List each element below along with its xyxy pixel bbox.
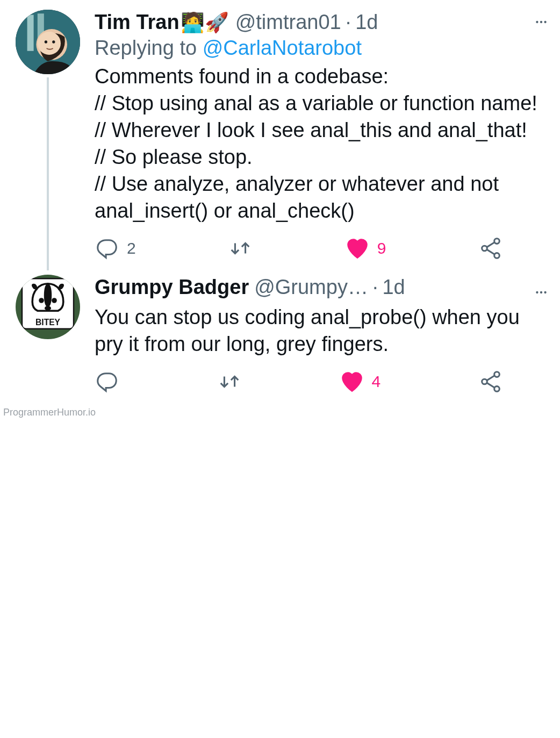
- share-icon: [478, 236, 503, 261]
- like-button[interactable]: 4: [340, 369, 381, 394]
- svg-point-5: [38, 32, 61, 55]
- tweet-content: Tim Tran 🧑‍💻🚀 @timtran01 · 1d Replying t…: [83, 10, 547, 270]
- retweet-button[interactable]: [228, 236, 253, 261]
- share-icon: [478, 369, 503, 394]
- tweet-text: You can stop us coding anal_probe() when…: [95, 304, 542, 357]
- display-name[interactable]: Grumpy Badger: [95, 275, 249, 300]
- svg-point-10: [544, 21, 546, 23]
- tweet-header: Tim Tran 🧑‍💻🚀 @timtran01 · 1d: [95, 10, 542, 35]
- avatar[interactable]: [16, 10, 80, 74]
- svg-point-9: [540, 21, 542, 23]
- heart-icon: [345, 236, 370, 261]
- svg-point-22: [544, 291, 546, 293]
- reply-icon: [95, 369, 119, 394]
- retweet-button[interactable]: [217, 369, 242, 394]
- retweet-icon: [228, 236, 253, 261]
- reply-icon: [95, 236, 119, 261]
- svg-point-18: [45, 306, 51, 311]
- svg-rect-2: [27, 15, 34, 51]
- svg-point-6: [45, 40, 47, 43]
- replying-to-line: Replying to @CarlaNotarobot: [95, 37, 542, 60]
- tweet-text: Comments found in a codebase: // Stop us…: [95, 63, 542, 225]
- watermark: ProgrammerHumor.io: [0, 404, 560, 420]
- replying-to-mention[interactable]: @CarlaNotarobot: [203, 37, 362, 59]
- user-handle[interactable]: @Grumpy…: [254, 275, 368, 300]
- svg-point-21: [540, 291, 542, 293]
- like-button[interactable]: 9: [345, 236, 386, 261]
- tweet-content: Grumpy Badger @Grumpy… · 1d You can stop…: [83, 275, 547, 404]
- name-emoji: 🧑‍💻🚀: [181, 10, 229, 34]
- heart-icon: [340, 369, 364, 394]
- reply-button[interactable]: 2: [95, 236, 136, 261]
- tweet-header: Grumpy Badger @Grumpy… · 1d: [95, 275, 542, 300]
- timestamp[interactable]: 1d: [355, 10, 378, 35]
- reply-count: 2: [127, 239, 136, 257]
- avatar-column: BITEY: [13, 275, 83, 404]
- svg-point-16: [39, 298, 44, 304]
- user-handle[interactable]: @timtran01: [235, 10, 341, 35]
- svg-point-8: [536, 21, 538, 23]
- separator-dot: ·: [346, 10, 351, 35]
- tweet-actions: 2 9: [95, 236, 503, 261]
- like-count: 4: [372, 372, 381, 391]
- more-icon: [534, 15, 548, 29]
- share-button[interactable]: [478, 236, 503, 261]
- more-options-button[interactable]: [534, 15, 548, 31]
- like-count: 9: [377, 239, 386, 257]
- more-icon: [534, 285, 548, 299]
- avatar[interactable]: BITEY: [16, 275, 80, 339]
- avatar-image: BITEY: [16, 275, 80, 339]
- replying-prefix: Replying to: [95, 37, 203, 59]
- avatar-image: [16, 10, 80, 74]
- timestamp[interactable]: 1d: [382, 275, 405, 300]
- tweet-actions: 4: [95, 369, 503, 394]
- svg-point-17: [52, 298, 57, 304]
- display-name[interactable]: Tim Tran: [95, 10, 180, 35]
- tweet[interactable]: BITEY Grumpy Badger @Grumpy… · 1d You ca…: [0, 270, 560, 404]
- separator-dot: ·: [372, 275, 378, 300]
- tweet[interactable]: Tim Tran 🧑‍💻🚀 @timtran01 · 1d Replying t…: [0, 0, 560, 270]
- retweet-icon: [217, 369, 242, 394]
- svg-point-20: [536, 291, 538, 293]
- reply-button[interactable]: [95, 369, 119, 394]
- more-options-button[interactable]: [534, 285, 548, 302]
- svg-text:BITEY: BITEY: [35, 318, 61, 327]
- avatar-column: [13, 10, 83, 270]
- share-button[interactable]: [478, 369, 503, 394]
- thread-line: [47, 77, 49, 270]
- svg-point-7: [52, 40, 55, 43]
